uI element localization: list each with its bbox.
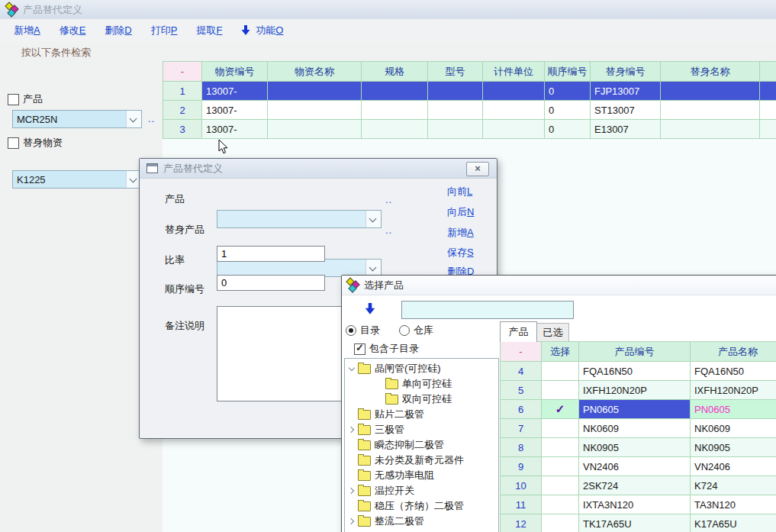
substitute-combo[interactable]: K1225 bbox=[12, 170, 142, 189]
tree-expand-icon[interactable] bbox=[348, 456, 356, 465]
cell-seq[interactable]: 0 bbox=[545, 101, 591, 120]
table-row[interactable]: 4 FQA16N50 FQA16N50 F bbox=[501, 362, 776, 381]
dialog-substitute-more-button[interactable]: .. bbox=[385, 224, 392, 236]
tree-expand-icon[interactable] bbox=[348, 441, 356, 450]
cell-product-code[interactable]: IXFH120N20P bbox=[579, 381, 691, 400]
cell-sub-name[interactable] bbox=[661, 101, 760, 120]
check-mark-cell[interactable] bbox=[542, 419, 579, 438]
col-header-select[interactable]: 选择 bbox=[542, 342, 579, 362]
cell-material-code[interactable]: 13007- bbox=[202, 82, 268, 101]
table-row[interactable]: 7 NK0609 NK0609 N bbox=[501, 419, 776, 438]
table-row[interactable]: 5 IXFH120N20P IXFH120N20P 1 bbox=[501, 381, 776, 400]
cell-product-code[interactable]: FQA16N50 bbox=[579, 362, 691, 381]
col-header-product-name[interactable]: 产品名称 bbox=[691, 342, 776, 362]
tree-item[interactable]: 未分类及新奇元器件 bbox=[345, 453, 498, 468]
edit-dialog-titlebar[interactable]: 产品替代定义 × bbox=[140, 159, 497, 179]
cell-model[interactable] bbox=[428, 101, 483, 120]
cell-spec[interactable] bbox=[362, 120, 428, 139]
menu-edit-button[interactable]: 修改E bbox=[60, 24, 86, 37]
menu-extract-button[interactable]: 提取F bbox=[196, 24, 222, 37]
close-button[interactable]: × bbox=[466, 162, 489, 176]
menu-print-button[interactable]: 打印P bbox=[151, 24, 178, 37]
include-sub-checkbox[interactable] bbox=[354, 343, 365, 355]
tree-expand-icon[interactable] bbox=[348, 487, 356, 495]
cell-sub-name[interactable] bbox=[661, 82, 760, 101]
col-header-seq[interactable]: 顺序编号 bbox=[545, 62, 591, 82]
cell-spec[interactable] bbox=[362, 82, 428, 101]
col-header-index[interactable]: - bbox=[501, 342, 542, 362]
tree-expand-icon[interactable] bbox=[348, 502, 356, 511]
chevron-down-icon[interactable] bbox=[365, 260, 381, 276]
cell-product-code[interactable]: IXTA3N120 bbox=[579, 495, 691, 514]
check-mark-cell[interactable] bbox=[542, 438, 579, 457]
cell-material-name[interactable] bbox=[268, 82, 362, 101]
tree-item[interactable]: 整流二极管 bbox=[345, 514, 498, 529]
menu-delete-button[interactable]: 删除D bbox=[105, 24, 131, 37]
cell-sub-code[interactable]: FJP13007 bbox=[591, 82, 661, 101]
catalog-option[interactable]: 目录 bbox=[346, 324, 380, 337]
chevron-down-icon[interactable] bbox=[365, 211, 381, 227]
tree-item[interactable]: 瞬态抑制二极管 bbox=[345, 437, 498, 453]
tree-expand-icon[interactable] bbox=[375, 380, 384, 389]
cell-material-code[interactable]: 13007- bbox=[202, 120, 268, 139]
cell-sub-spec[interactable] bbox=[760, 82, 776, 101]
check-mark-cell[interactable] bbox=[542, 514, 579, 532]
table-row[interactable]: 6 ✓ PN0605 PN0605 F bbox=[501, 400, 776, 419]
add-button[interactable]: 新增A bbox=[447, 226, 474, 240]
table-row[interactable]: 10 2SK724 K724 K bbox=[501, 476, 776, 495]
col-header-material-code[interactable]: 物资编号 bbox=[202, 62, 268, 82]
cell-sub-code[interactable]: E13007 bbox=[591, 120, 661, 139]
cell-product-name[interactable]: PN0605 bbox=[691, 400, 776, 419]
cell-unit[interactable] bbox=[483, 120, 545, 139]
cell-sub-spec[interactable] bbox=[760, 120, 776, 139]
cell-product-name[interactable]: IXFH120N20P bbox=[691, 381, 776, 400]
cell-sub-name[interactable] bbox=[661, 120, 760, 139]
check-mark-cell[interactable]: ✓ bbox=[542, 400, 579, 419]
cell-spec[interactable] bbox=[362, 101, 428, 120]
tree-item[interactable]: 三极管 bbox=[345, 422, 498, 437]
table-row[interactable]: 8 NK0905 NK0905 N bbox=[501, 438, 776, 457]
cell-material-name[interactable] bbox=[268, 101, 362, 120]
table-row[interactable]: 1 13007- 0 FJP13007 bbox=[163, 82, 776, 101]
tree-item[interactable]: 温控开关 bbox=[345, 483, 498, 498]
select-dialog-titlebar[interactable]: 选择产品 bbox=[342, 276, 776, 295]
tree-expand-icon[interactable] bbox=[348, 517, 356, 526]
table-row[interactable]: 12 TK17A65U K17A65U K bbox=[501, 514, 776, 532]
check-mark-cell[interactable] bbox=[542, 476, 579, 495]
cell-product-code[interactable]: NK0905 bbox=[579, 438, 691, 457]
cell-product-name[interactable]: K724 bbox=[691, 476, 776, 495]
check-mark-cell[interactable] bbox=[542, 381, 579, 400]
col-header-sub-name[interactable]: 替身名称 bbox=[661, 62, 760, 82]
tree-expand-icon[interactable] bbox=[348, 472, 356, 480]
check-mark-cell[interactable] bbox=[542, 362, 579, 381]
cell-model[interactable] bbox=[428, 120, 483, 139]
warehouse-radio[interactable] bbox=[399, 325, 410, 336]
next-button[interactable]: 向后N bbox=[447, 205, 474, 219]
col-header-unit[interactable]: 计件单位 bbox=[483, 62, 545, 82]
include-sub-row[interactable]: 包含子目录 bbox=[354, 342, 419, 356]
check-mark-cell[interactable] bbox=[542, 495, 579, 514]
table-row[interactable]: 3 13007- 0 E13007 bbox=[163, 120, 776, 139]
col-header-material-name[interactable]: 物资名称 bbox=[268, 62, 362, 82]
cell-unit[interactable] bbox=[483, 82, 545, 101]
ratio-input[interactable] bbox=[217, 246, 325, 262]
search-input[interactable] bbox=[401, 301, 574, 319]
check-mark-cell[interactable] bbox=[542, 457, 579, 476]
col-header-sub-code[interactable]: 替身编号 bbox=[591, 62, 661, 82]
col-header-model[interactable]: 型号 bbox=[428, 62, 483, 82]
cell-material-code[interactable]: 13007- bbox=[202, 101, 268, 120]
col-header-index[interactable]: - bbox=[163, 62, 202, 82]
table-row[interactable]: 11 IXTA3N120 TA3N120 T bbox=[501, 495, 776, 514]
warehouse-option[interactable]: 仓库 bbox=[399, 324, 433, 337]
cell-seq[interactable]: 0 bbox=[545, 82, 591, 101]
cell-material-name[interactable] bbox=[268, 120, 362, 139]
product-more-button[interactable]: .. bbox=[148, 113, 155, 124]
product-combo[interactable]: MCR25N bbox=[12, 110, 142, 128]
tab-selected[interactable]: 已选 bbox=[536, 323, 569, 343]
cell-seq[interactable]: 0 bbox=[545, 120, 591, 139]
catalog-radio[interactable] bbox=[346, 325, 356, 336]
search-condition-link[interactable]: 按以下条件检索 bbox=[21, 46, 91, 60]
search-arrow-icon[interactable] bbox=[365, 303, 375, 315]
dialog-product-more-button[interactable]: .. bbox=[385, 194, 392, 205]
menu-add-button[interactable]: 新增A bbox=[14, 24, 40, 37]
